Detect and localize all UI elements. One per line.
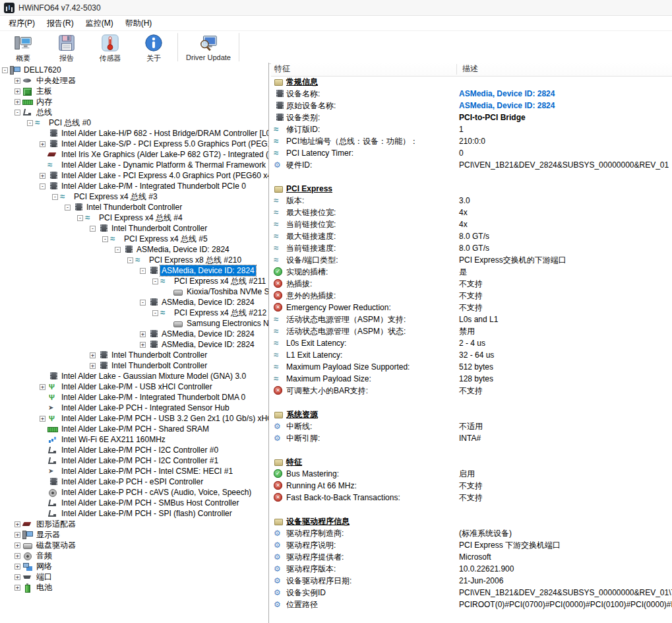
tree-item[interactable]: 磁盘驱动器 [0, 540, 268, 550]
tree-item[interactable]: 端口 [0, 572, 268, 582]
collapse-icon[interactable] [152, 310, 158, 316]
tree-item[interactable]: Intel Thunderbolt Controller [0, 223, 268, 234]
expand-icon[interactable] [15, 99, 20, 105]
tree-item[interactable]: 中央处理器 [0, 75, 268, 86]
collapse-icon[interactable] [27, 120, 33, 126]
section-header-row[interactable]: 特征 [271, 456, 672, 468]
tree-item[interactable]: PCI Express x8 总线 #210 [0, 255, 268, 265]
about-button[interactable]: 关于 [132, 31, 175, 63]
expand-icon[interactable] [15, 521, 20, 527]
property-row[interactable]: 修订版ID:1 [271, 123, 672, 135]
tree-item[interactable]: PCI Express x4 总线 #4 [0, 213, 268, 223]
expand-icon[interactable] [15, 585, 20, 591]
collapse-icon[interactable] [90, 226, 96, 232]
property-row[interactable]: 可调整大小的BAR支持:不支持 [271, 385, 672, 397]
tree-item[interactable]: 显示器 [0, 529, 268, 540]
tree-item[interactable]: Intel Alder Lake-P/M - Integrated Thunde… [0, 392, 268, 403]
menu-report[interactable]: 报告(R) [41, 16, 80, 31]
collapse-icon[interactable] [40, 183, 46, 189]
tree-item[interactable]: PCI Express x4 总线 #5 [0, 234, 268, 244]
section-header-row[interactable]: 系统资源 [271, 409, 672, 420]
property-row[interactable]: PCI Latency Timer:0 [271, 147, 672, 159]
expand-icon[interactable] [15, 88, 20, 94]
tree-item[interactable]: PCI Express x4 总线 #212 [0, 308, 268, 318]
property-row[interactable]: 中断引脚:INTA# [271, 432, 672, 444]
collapse-icon[interactable] [65, 205, 71, 211]
menu-monitor[interactable]: 监控(M) [80, 16, 119, 31]
tree-item[interactable]: 总线 [0, 107, 268, 117]
sensors-button[interactable]: 传感器 [88, 31, 132, 63]
column-header-description[interactable]: 描述 [459, 63, 478, 75]
column-divider[interactable] [456, 64, 457, 75]
expand-icon[interactable] [15, 553, 20, 559]
tree-item[interactable]: Intel Alder Lake-P/M PCH - I2C Controlle… [0, 445, 268, 455]
column-header-feature[interactable]: 特征 [271, 63, 290, 75]
tree-item[interactable]: 网络 [0, 561, 268, 572]
expand-icon[interactable] [40, 416, 46, 422]
tree-item[interactable]: ASMedia, Device ID: 2824 [0, 329, 268, 339]
property-row[interactable]: 活动状态电源管理（ASPM）状态:禁用 [271, 325, 672, 337]
tree-item[interactable]: ASMedia, Device ID: 2824 [0, 339, 268, 350]
property-row[interactable]: 驱动程序制造商:(标准系统设备) [271, 527, 672, 539]
property-row[interactable]: 设备/端口类型:PCI Express交换机的下游端口 [271, 254, 672, 266]
property-row[interactable]: Maximum Payload Size Supported:512 bytes [271, 361, 672, 373]
tree-item[interactable]: Kioxia/Toshiba NVMe SSD ( [0, 286, 268, 297]
tree-item[interactable]: Samsung Electronics NVMe [0, 318, 268, 329]
tree-item[interactable]: Intel Alder Lake-P PCH - cAVS (Audio, Vo… [0, 487, 268, 498]
tree-item[interactable]: 电池 [0, 582, 268, 593]
driver-update-button[interactable]: Driver Update [180, 31, 237, 63]
tree-item[interactable]: Intel Alder Lake-S/P - PCI Express 5.0 G… [0, 139, 268, 149]
property-row[interactable]: Maximum Payload Size:128 bytes [271, 373, 672, 385]
tree-item[interactable]: Intel Thunderbolt Controller [0, 360, 268, 371]
property-row[interactable]: 中断线:不适用 [271, 420, 672, 432]
property-row[interactable]: 最大链接速度:8.0 GT/s [271, 230, 672, 242]
expand-icon[interactable] [15, 78, 20, 84]
collapse-icon[interactable] [115, 247, 121, 253]
property-row[interactable]: 驱动程序说明:PCI Express 下游交换机端口 [271, 539, 672, 551]
tree-item[interactable]: PCI Express x4 总线 #3 [0, 191, 268, 202]
section-header-row[interactable]: PCI Express [271, 183, 672, 195]
tree-item[interactable]: ASMedia, Device ID: 2824 [0, 265, 268, 276]
property-row[interactable]: 实现的插槽:是 [271, 266, 672, 278]
expand-icon[interactable] [15, 542, 20, 548]
summary-button[interactable]: 概要 [1, 31, 45, 63]
tree-item[interactable]: Intel Alder Lake-P/M - USB xHCI Controll… [0, 381, 268, 392]
tree-item[interactable]: ASMedia, Device ID: 2824 [0, 297, 268, 308]
tree-item[interactable]: 内存 [0, 96, 268, 107]
property-row[interactable]: 硬件ID:PCI\VEN_1B21&DEV_2824&SUBSYS_000000… [271, 159, 672, 171]
expand-icon[interactable] [40, 173, 46, 179]
section-header-row[interactable]: 常规信息 [271, 76, 672, 88]
property-row[interactable]: 活动状态电源管理（ASPM）支持:L0s and L1 [271, 313, 672, 325]
tree-item[interactable]: Intel Alder Lake-P/M PCH - USB 3.2 Gen 2… [0, 413, 268, 424]
tree-item[interactable]: Intel Alder Lake-H/P 682 - Host Bridge/D… [0, 128, 268, 139]
tree-item[interactable]: Intel Alder Lake-P PCH - eSPI Controller [0, 476, 268, 487]
expand-icon[interactable] [90, 363, 96, 369]
tree-item[interactable]: Intel Alder Lake-P/M PCH - Intel CSME: H… [0, 466, 268, 476]
tree-item[interactable]: Intel Alder Lake - Gaussian Mixture Mode… [0, 371, 268, 381]
property-row[interactable]: 驱动程序提供者:Microsoft [271, 551, 672, 563]
tree-item[interactable]: Intel Alder Lake-P/M PCH - Shared SRAM [0, 424, 268, 434]
tree-item[interactable]: Intel Alder Lake-P/M PCH - I2C Controlle… [0, 455, 268, 466]
expand-icon[interactable] [140, 331, 146, 337]
property-row[interactable]: L0s Exit Latency:2 - 4 us [271, 337, 672, 349]
property-row[interactable]: Fast Back-to-Back Transactions:不支持 [271, 492, 672, 504]
property-row[interactable]: Emergency Power Reduction:不支持 [271, 302, 672, 313]
expand-icon[interactable] [90, 352, 96, 358]
collapse-icon[interactable] [2, 67, 8, 73]
tree-item[interactable]: Intel Alder Lake-P/M - Integrated Thunde… [0, 181, 268, 191]
property-row[interactable]: 原始设备名称:ASMedia, Device ID: 2824 [271, 100, 672, 112]
property-row[interactable]: PCI地址编号（总线：设备：功能）：210:0:0 [271, 135, 672, 147]
expand-icon[interactable] [40, 384, 46, 390]
tree-item[interactable]: PCI 总线 #0 [0, 117, 268, 128]
expand-icon[interactable] [15, 564, 20, 570]
tree-item[interactable]: Intel Thunderbolt Controller [0, 202, 268, 213]
property-row[interactable]: Running At 66 MHz:不支持 [271, 480, 672, 492]
property-row[interactable]: Bus Mastering:启用 [271, 468, 672, 480]
tree-item[interactable]: 音频 [0, 550, 268, 561]
property-row[interactable]: 位置路径PCIROOT(0)#PCI(0700)#PCI(0000)#PCI(0… [271, 599, 672, 610]
tree-item[interactable]: 主板 [0, 86, 268, 96]
property-row[interactable]: 意外的热插拔:不支持 [271, 290, 672, 302]
property-row[interactable]: 设备名称:ASMedia, Device ID: 2824 [271, 88, 672, 100]
collapse-icon[interactable] [102, 236, 108, 242]
tree-item[interactable]: 图形适配器 [0, 519, 268, 529]
